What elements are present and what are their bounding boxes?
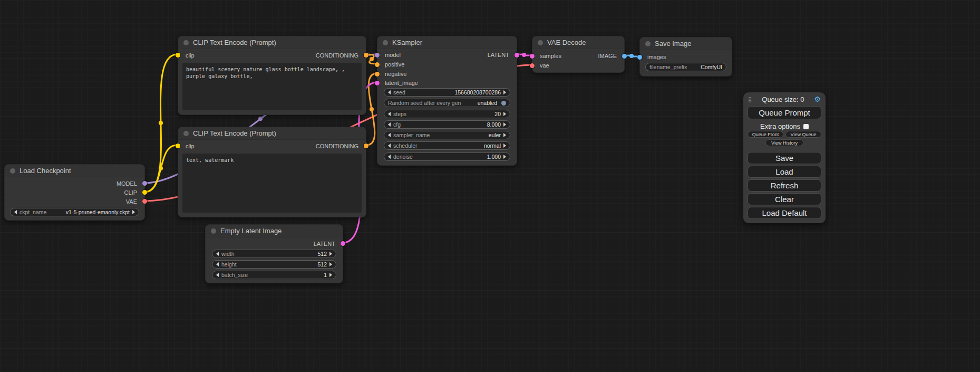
toggle-dot-icon[interactable] [501, 101, 506, 106]
collapse-dot-icon[interactable] [10, 168, 15, 174]
link-midpoint-dot [159, 166, 163, 170]
load-default-button[interactable]: Load Default [748, 207, 821, 219]
input-port-clip[interactable] [176, 144, 180, 148]
output-port-vae[interactable] [142, 199, 147, 204]
increment-arrow-icon[interactable] [503, 90, 506, 94]
collapse-dot-icon[interactable] [383, 40, 388, 45]
collapse-dot-icon[interactable] [645, 41, 651, 46]
node-header[interactable]: CLIP Text Encode (Prompt) [178, 127, 366, 140]
decrement-arrow-icon[interactable] [388, 122, 391, 127]
input-port-clip[interactable] [176, 53, 180, 58]
decrement-arrow-icon[interactable] [388, 144, 391, 148]
widget-value: ComfyUI [701, 64, 722, 70]
link-midpoint-dot [258, 117, 263, 121]
widget-random-seed-toggle[interactable]: Random seed after every gen enabled [384, 99, 510, 107]
decrement-arrow-icon[interactable] [388, 112, 391, 116]
widget-batch-size[interactable]: batch_size 1 [212, 271, 336, 279]
widget-denoise[interactable]: denoise 1.000 [384, 152, 510, 161]
node-ksampler[interactable]: KSampler model positive negative latent_… [377, 36, 517, 166]
increment-arrow-icon[interactable] [503, 112, 506, 116]
view-history-button[interactable]: View History [765, 139, 803, 146]
queue-front-button[interactable]: Queue Front [748, 131, 783, 138]
widget-height[interactable]: height 512 [212, 260, 336, 269]
node-empty-latent-image[interactable]: Empty Latent Image LATENT width 512 heig… [205, 224, 343, 283]
extra-options-checkbox[interactable] [803, 124, 809, 129]
output-slot-latent: LATENT [377, 51, 517, 59]
output-port-conditioning[interactable] [364, 144, 368, 148]
node-vae-decode[interactable]: VAE Decode samples vae IMAGE [532, 36, 625, 73]
decrement-arrow-icon[interactable] [216, 262, 219, 266]
collapse-dot-icon[interactable] [183, 40, 189, 45]
collapse-dot-icon[interactable] [538, 40, 543, 45]
output-slot-conditioning: CONDITIONING [178, 142, 366, 150]
node-clip-text-encode-negative[interactable]: CLIP Text Encode (Prompt) clip CONDITION… [178, 127, 366, 217]
node-save-image[interactable]: Save Image images filename_prefix ComfyU… [639, 37, 732, 77]
widget-width[interactable]: width 512 [212, 250, 336, 258]
increment-arrow-icon[interactable] [329, 262, 332, 266]
widget-ckpt-name[interactable]: ckpt_name v1-5-pruned-emaonly.ckpt [10, 208, 139, 216]
node-graph-canvas[interactable]: Load Checkpoint MODEL CLIP VAE ckpt_name… [0, 0, 980, 372]
prompt-textarea[interactable]: beautiful scenery nature glass bottle la… [182, 63, 362, 110]
input-port-latent-image[interactable] [375, 81, 380, 85]
input-port-samples[interactable] [530, 54, 535, 59]
decrement-arrow-icon[interactable] [14, 210, 17, 214]
node-header[interactable]: Load Checkpoint [5, 165, 144, 177]
input-port-vae[interactable] [530, 63, 535, 68]
output-port-latent[interactable] [341, 241, 345, 246]
widget-filename-prefix[interactable]: filename_prefix ComfyUI [645, 63, 726, 71]
increment-arrow-icon[interactable] [329, 273, 332, 277]
collapse-dot-icon[interactable] [211, 228, 216, 234]
slot-label: vae [540, 62, 549, 69]
increment-arrow-icon[interactable] [503, 144, 506, 148]
node-header[interactable]: VAE Decode [532, 36, 624, 49]
save-button[interactable]: Save [748, 152, 821, 164]
view-queue-button[interactable]: View Queue [785, 131, 821, 138]
node-header[interactable]: KSampler [377, 36, 517, 49]
output-port-model[interactable] [142, 181, 147, 186]
input-port-positive[interactable] [375, 62, 380, 67]
increment-arrow-icon[interactable] [329, 252, 332, 256]
node-load-checkpoint[interactable]: Load Checkpoint MODEL CLIP VAE ckpt_name… [4, 164, 145, 221]
decrement-arrow-icon[interactable] [388, 133, 391, 137]
widget-seed[interactable]: seed 156680208700286 [384, 88, 510, 97]
load-button[interactable]: Load [748, 166, 821, 178]
clear-button[interactable]: Clear [748, 193, 821, 205]
collapse-dot-icon[interactable] [183, 131, 189, 136]
decrement-arrow-icon[interactable] [388, 90, 391, 94]
slot-label: CLIP [124, 189, 137, 196]
input-port-negative[interactable] [375, 72, 380, 77]
node-header[interactable]: Save Image [640, 37, 732, 50]
node-header[interactable]: Empty Latent Image [206, 225, 343, 237]
input-port-images[interactable] [637, 55, 642, 60]
widget-sampler-name[interactable]: sampler_name euler [384, 131, 510, 139]
drag-handle-icon[interactable]: ⣿ [748, 97, 752, 102]
link-midpoint-dot [370, 107, 374, 111]
settings-gear-icon[interactable]: ⚙ [814, 96, 821, 103]
decrement-arrow-icon[interactable] [216, 252, 219, 256]
output-port-latent[interactable] [515, 53, 519, 58]
queue-panel-header: ⣿ Queue size: 0 ⚙ [748, 95, 821, 103]
slot-label: positive [385, 61, 404, 68]
input-port-model[interactable] [375, 53, 380, 58]
node-clip-text-encode-positive[interactable]: CLIP Text Encode (Prompt) clip CONDITION… [178, 36, 366, 115]
queue-prompt-button[interactable]: Queue Prompt [748, 106, 821, 119]
decrement-arrow-icon[interactable] [388, 155, 391, 159]
wire-clip-negative [144, 145, 177, 192]
widget-steps[interactable]: steps 20 [384, 110, 510, 118]
increment-arrow-icon[interactable] [503, 155, 506, 159]
node-header[interactable]: CLIP Text Encode (Prompt) [178, 36, 366, 49]
decrement-arrow-icon[interactable] [216, 273, 219, 277]
output-port-clip[interactable] [142, 190, 147, 195]
output-port-conditioning[interactable] [364, 53, 368, 58]
output-port-image[interactable] [622, 54, 627, 59]
widget-scheduler[interactable]: scheduler normal [384, 141, 510, 150]
widget-name: steps [393, 111, 406, 117]
increment-arrow-icon[interactable] [503, 133, 506, 137]
widget-cfg[interactable]: cfg 8.000 [384, 120, 510, 129]
output-slot-clip: CLIP [5, 189, 144, 197]
increment-arrow-icon[interactable] [503, 122, 506, 127]
widget-name: seed [393, 89, 405, 96]
increment-arrow-icon[interactable] [132, 210, 135, 214]
refresh-button[interactable]: Refresh [748, 179, 821, 192]
prompt-textarea[interactable]: text, watermark [182, 154, 362, 213]
